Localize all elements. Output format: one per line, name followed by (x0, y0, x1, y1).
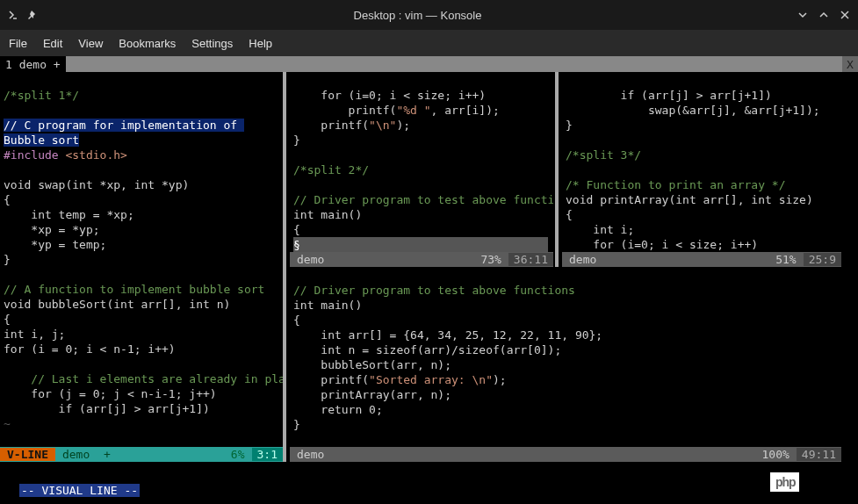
code-line: { (566, 208, 573, 221)
code-line: if (arr[j] > arr[j+1]) (4, 402, 210, 415)
code-line: int main() (293, 299, 362, 312)
code-line: int n = sizeof(arr)/sizeof(arr[0]); (293, 343, 561, 356)
code-line: // Driver program to test above function… (293, 193, 553, 206)
menu-help[interactable]: Help (249, 37, 272, 50)
code-line: { (293, 313, 300, 327)
code-line: int temp = *xp; (4, 208, 134, 221)
statusline-left: V-LINE demo + 6% 3:1 (0, 447, 283, 462)
code-line: *xp = *yp; (4, 223, 100, 236)
status-position: 25:9 (804, 253, 841, 266)
statusline-top-right: demo 51% 25:9 (562, 252, 841, 267)
status-position: 49:11 (797, 448, 841, 461)
code-line: /*split 3*/ (566, 148, 641, 162)
code-line: if (arr[j] > arr[j+1]) (566, 89, 772, 102)
statusline-bottom: demo 100% 49:11 (290, 447, 841, 462)
code-line: , arr[i]); (431, 104, 500, 117)
code-line: } (293, 418, 300, 431)
status-mode: V-LINE (0, 448, 55, 461)
tab-index: 1 (5, 58, 12, 71)
tab-name: demo (19, 58, 47, 71)
prompt-icon (7, 9, 19, 21)
menu-bar: File Edit View Bookmarks Settings Help (0, 30, 858, 56)
code-line: printf( (293, 119, 369, 132)
watermark-block (799, 472, 858, 492)
pane-left[interactable]: /*split 1*/ // C program for implementat… (0, 72, 283, 447)
maximize-icon[interactable] (818, 9, 830, 21)
code-line: bubbleSort(arr, n); (293, 358, 451, 371)
code-line: void bubbleSort(int arr[], int n) (4, 298, 230, 311)
tilde-marker: ~ (4, 417, 11, 430)
menu-file[interactable]: File (9, 37, 27, 50)
code-line: swap(&arr[j], &arr[j+1]); (566, 104, 820, 117)
code-line: printArray(arr, n); (293, 388, 451, 401)
code-line: { (4, 313, 11, 326)
code-line: "\n" (369, 119, 396, 132)
code-line: void swap(int *xp, int *yp) (4, 178, 189, 191)
code-line: for (j = 0; j < n-i-1; j++) (4, 387, 217, 400)
code-line-selected: // C program for implementation of (4, 119, 244, 132)
watermark-text: php (775, 475, 796, 489)
code-line: #include (4, 148, 65, 162)
status-file: demo (290, 448, 331, 461)
code-line: "Sorted array: \n" (369, 373, 493, 386)
code-line: printf( (293, 104, 396, 117)
menu-bookmarks[interactable]: Bookmarks (119, 37, 176, 50)
vertical-split-mid[interactable] (555, 72, 559, 267)
code-line: { (293, 223, 300, 236)
code-line: <stdio.h> (65, 148, 126, 162)
menu-settings[interactable]: Settings (191, 37, 233, 50)
code-line: // Driver program to test above function… (293, 284, 575, 297)
code-line: } (566, 119, 573, 132)
code-line: int i; (566, 223, 634, 236)
status-position: 3:1 (252, 448, 283, 461)
pane-top-right[interactable]: if (arr[j] > arr[j+1]) swap(&arr[j], &ar… (562, 72, 841, 252)
code-line: int arr[] = {64, 34, 25, 12, 22, 11, 90}… (293, 328, 602, 342)
status-percent: 51% (768, 253, 803, 266)
status-file: demo (562, 253, 603, 266)
tab-close-button[interactable]: X (842, 56, 858, 72)
pin-icon[interactable] (26, 9, 39, 21)
pane-bottom[interactable]: // Driver program to test above function… (290, 267, 841, 447)
code-line: ); (493, 373, 507, 386)
code-line: } (293, 133, 300, 147)
code-line: /* Function to print an array */ (566, 178, 785, 191)
close-icon[interactable] (839, 9, 851, 21)
menu-edit[interactable]: Edit (43, 37, 62, 50)
cursor-line: § (293, 237, 548, 252)
code-line: // Last i elements are already in place (4, 372, 283, 385)
code-line: ); (396, 119, 410, 132)
buffer-tab[interactable]: 1 demo + (0, 56, 66, 72)
tab-mod: + (54, 58, 61, 71)
status-percent: 73% (473, 253, 508, 266)
status-percent: 100% (755, 448, 797, 461)
code-line: for (i=0; i < size; i++) (293, 89, 486, 102)
mode-indicator: -- VISUAL LINE -- (19, 484, 140, 497)
pane-top-right-content: if (arr[j] > arr[j+1]) swap(&arr[j], &ar… (562, 72, 841, 252)
status-position: 36:11 (508, 253, 553, 266)
vim-cmdline: -- VISUAL LINE -- (19, 484, 140, 497)
pane-top-mid[interactable]: for (i=0; i < size; i++) printf("%d ", a… (290, 72, 553, 252)
vertical-split-left[interactable] (283, 72, 286, 462)
code-line: for (i = 0; i < n-1; i++) (4, 342, 176, 356)
code-line: void printArray(int arr[], int size) (566, 193, 813, 206)
code-line: // A function to implement bubble sort (4, 283, 264, 296)
code-line: *yp = temp; (4, 238, 106, 251)
pane-bottom-content: // Driver program to test above function… (290, 267, 841, 447)
buffer-tabbar: 1 demo + X (0, 56, 858, 72)
code-line: /*split 2*/ (293, 163, 369, 176)
minimize-icon[interactable] (797, 9, 809, 21)
menu-view[interactable]: View (78, 37, 103, 50)
code-line-selected: Bubble sort (4, 133, 79, 147)
pane-top-mid-content: for (i=0; i < size; i++) printf("%d ", a… (290, 72, 553, 252)
status-file: demo (290, 253, 331, 266)
status-file: demo + (55, 448, 118, 461)
code-line: return 0; (293, 403, 383, 416)
code-line: { (4, 193, 11, 206)
code-line: int i, j; (4, 328, 65, 341)
code-line: /*split 1*/ (4, 89, 79, 102)
pane-left-content: /*split 1*/ // C program for implementat… (0, 72, 283, 432)
code-line: int main() (293, 208, 362, 221)
watermark: php (770, 472, 858, 492)
window-titlebar: Desktop : vim — Konsole (0, 0, 858, 30)
tabbar-spacer (66, 56, 842, 72)
